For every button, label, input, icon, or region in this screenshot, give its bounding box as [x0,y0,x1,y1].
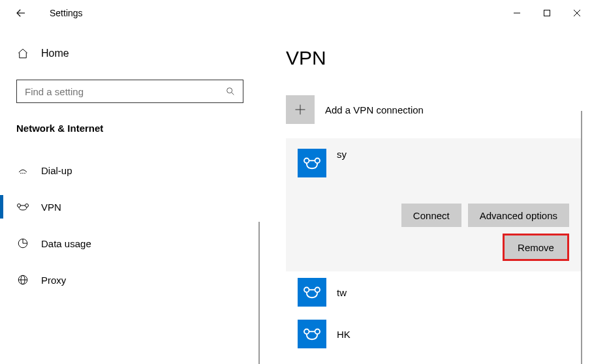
vpn-name: sy [337,149,347,160]
remove-highlight: Remove [503,234,569,261]
nav-item-label: Data usage [41,238,91,249]
svg-point-19 [304,159,309,164]
vpn-connection-icon [298,320,326,348]
nav-item-vpn[interactable]: VPN [16,189,243,225]
svg-point-5 [227,88,232,93]
main-content: VPN Add a VPN connection [260,26,592,364]
datausage-icon [16,237,29,250]
svg-point-25 [304,329,309,335]
vpn-entry[interactable]: tw [286,271,592,313]
search-icon [225,85,236,97]
dialup-icon [16,164,29,177]
add-vpn-label: Add a VPN connection [325,104,424,115]
vpn-connection-icon [298,149,326,177]
svg-point-7 [21,173,22,174]
nav-item-label: Proxy [41,275,66,286]
svg-point-8 [23,173,23,174]
close-button[interactable] [562,0,592,26]
advanced-options-button[interactable]: Advanced options [468,204,569,227]
nav-item-datausage[interactable]: Data usage [16,225,243,262]
nav-item-label: Dial-up [41,165,72,176]
svg-rect-2 [544,10,550,16]
svg-point-20 [315,159,320,164]
svg-line-6 [232,93,234,95]
vpn-icon [16,200,29,213]
svg-point-9 [25,173,25,174]
maximize-button[interactable] [532,0,562,26]
vpn-name: tw [337,287,347,298]
vpn-entry-selected[interactable]: sy Connect Advanced options Remove [286,138,582,271]
nav-category: Network & Internet [16,123,243,134]
window-title: Settings [50,8,83,18]
nav-home[interactable]: Home [16,47,243,60]
svg-point-23 [315,288,320,293]
titlebar: Settings [0,0,592,26]
minimize-button[interactable] [502,0,532,26]
back-button[interactable] [12,4,30,22]
svg-point-22 [304,288,309,293]
svg-point-10 [18,204,21,207]
search-input[interactable] [23,85,225,98]
content-scrollbar[interactable] [581,111,582,364]
nav-item-label: VPN [41,202,61,213]
plus-icon [286,95,315,124]
nav-item-proxy[interactable]: Proxy [16,262,243,298]
page-title: VPN [286,47,592,69]
remove-button[interactable]: Remove [505,235,567,259]
vpn-connection-icon [298,278,326,307]
sidebar: Home Network & Internet Dial-up [0,26,260,364]
vpn-entry[interactable]: HK [286,313,592,355]
add-vpn-button[interactable]: Add a VPN connection [286,95,592,124]
proxy-icon [16,273,29,286]
vpn-name: HK [337,329,351,340]
svg-point-11 [25,204,29,207]
search-box[interactable] [16,80,243,103]
home-icon [16,47,29,60]
nav-item-dialup[interactable]: Dial-up [16,152,243,189]
connect-button[interactable]: Connect [401,204,461,227]
nav-home-label: Home [41,48,69,59]
svg-point-26 [315,329,320,335]
